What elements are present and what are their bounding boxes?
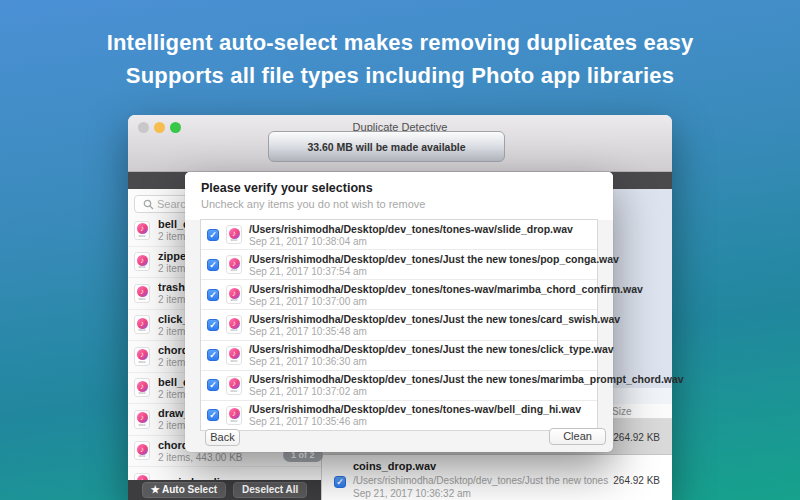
search-icon xyxy=(143,199,154,210)
duplicate-item-row: /Users/rishimodha/Desktop/dev_tones/tone… xyxy=(201,280,597,310)
duplicate-item-row: /Users/rishimodha/Desktop/dev_tones/Just… xyxy=(201,250,597,280)
marketing-headline: Intelligent auto-select makes removing d… xyxy=(0,26,800,92)
audio-file-icon xyxy=(134,441,150,460)
item-path: /Users/rishimodha/Desktop/dev_tones/tone… xyxy=(249,283,643,295)
page-background: Intelligent auto-select makes removing d… xyxy=(0,0,800,500)
item-checkbox[interactable] xyxy=(207,229,219,241)
item-checkbox[interactable] xyxy=(207,289,219,301)
duplicate-item-row: /Users/rishimodha/Desktop/dev_tones/Just… xyxy=(201,310,597,340)
file-size: 264.92 KB xyxy=(613,432,660,443)
item-checkbox[interactable] xyxy=(207,349,219,361)
file-size: 264.92 KB xyxy=(613,475,660,486)
item-path: /Users/rishimodha/Desktop/dev_tones/tone… xyxy=(249,223,573,235)
auto-select-button[interactable]: ★ Auto Select xyxy=(142,482,226,498)
verify-selections-dialog: Please verify your selections Uncheck an… xyxy=(185,172,613,452)
dialog-header: Please verify your selections Uncheck an… xyxy=(185,172,613,220)
file-path: /Users/rishimodha/Desktop/dev_tones/Just… xyxy=(353,475,608,486)
headline-line-1: Intelligent auto-select makes removing d… xyxy=(0,26,800,59)
audio-file-icon xyxy=(134,284,150,303)
headline-line-2: Supports all file types including Photo … xyxy=(0,59,800,92)
audio-file-icon xyxy=(226,406,242,425)
group-meta: 2 items, 443.00 KB xyxy=(158,452,243,463)
item-path: /Users/rishimodha/Desktop/dev_tones/Just… xyxy=(249,343,614,355)
audio-file-icon xyxy=(226,225,242,244)
duplicate-item-row: /Users/rishimodha/Desktop/dev_tones/Just… xyxy=(201,341,597,371)
item-path: /Users/rishimodha/Desktop/dev_tones/Just… xyxy=(249,373,684,385)
duplicate-item-row: /Users/rishimodha/Desktop/dev_tones/Just… xyxy=(201,371,597,401)
audio-file-icon xyxy=(134,347,150,366)
item-checkbox[interactable] xyxy=(207,379,219,391)
audio-file-icon xyxy=(134,378,150,397)
audio-file-icon xyxy=(226,285,242,304)
item-path: /Users/rishimodha/Desktop/dev_tones/Just… xyxy=(249,313,620,325)
space-available-banner: 33.60 MB will be made available xyxy=(268,131,505,162)
item-path: /Users/rishimodha/Desktop/dev_tones/Just… xyxy=(249,253,619,265)
back-button[interactable]: Back xyxy=(205,429,240,446)
duplicate-item-row: /Users/rishimodha/Desktop/dev_tones/tone… xyxy=(201,220,597,250)
dialog-subtitle: Uncheck any items you do not wish to rem… xyxy=(201,198,597,210)
item-date: Sep 21, 2017 10:35:46 am xyxy=(249,416,581,427)
selected-items-list: /Users/rishimodha/Desktop/dev_tones/tone… xyxy=(200,219,598,431)
audio-file-icon xyxy=(134,252,150,271)
item-date: Sep 21, 2017 10:36:30 am xyxy=(249,356,614,367)
file-checkbox[interactable] xyxy=(334,476,346,488)
item-date: Sep 21, 2017 10:37:02 am xyxy=(249,386,684,397)
audio-file-icon xyxy=(226,315,242,334)
item-path: /Users/rishimodha/Desktop/dev_tones/tone… xyxy=(249,403,581,415)
window-titlebar: Duplicate Detective 33.60 MB will be mad… xyxy=(128,115,672,172)
item-date: Sep 21, 2017 10:38:04 am xyxy=(249,236,573,247)
audio-file-icon xyxy=(134,410,150,429)
audio-file-icon xyxy=(226,376,242,395)
item-date: Sep 21, 2017 10:37:54 am xyxy=(249,266,619,277)
audio-file-icon xyxy=(134,315,150,334)
duplicate-item-row: /Users/rishimodha/Desktop/dev_tones/tone… xyxy=(201,401,597,430)
item-date: Sep 21, 2017 10:35:48 am xyxy=(249,326,620,337)
audio-file-icon xyxy=(226,255,242,274)
table-row[interactable]: coins_drop.wav /Users/rishimodha/Desktop… xyxy=(322,455,672,500)
item-checkbox[interactable] xyxy=(207,319,219,331)
file-date: Sep 21, 2017 10:36:32 am xyxy=(353,488,471,499)
audio-file-icon xyxy=(134,221,150,240)
deselect-all-button[interactable]: Deselect All xyxy=(233,482,307,498)
audio-file-icon xyxy=(226,346,242,365)
item-checkbox[interactable] xyxy=(207,409,219,421)
item-checkbox[interactable] xyxy=(207,259,219,271)
size-column-header[interactable]: Size xyxy=(612,406,631,417)
file-name: coins_drop.wav xyxy=(353,460,436,472)
dialog-title: Please verify your selections xyxy=(201,181,597,195)
clean-button[interactable]: Clean xyxy=(549,428,606,445)
item-date: Sep 21, 2017 10:37:00 am xyxy=(249,296,643,307)
sidebar-footer-bar: ★ Auto Select Deselect All xyxy=(128,480,321,500)
